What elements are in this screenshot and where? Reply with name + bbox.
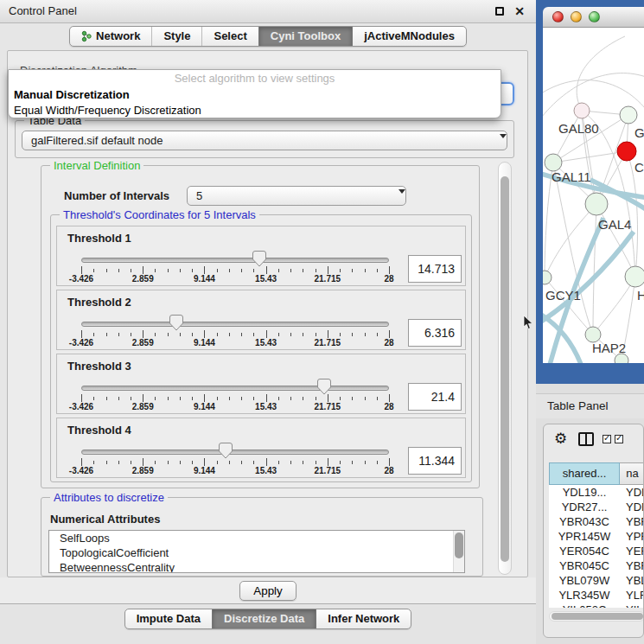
scrollbar-thumb[interactable]: [501, 176, 509, 562]
cell-name[interactable]: YDR2: [620, 500, 644, 514]
tab-style[interactable]: Style: [151, 27, 201, 46]
dropdown-item-manual[interactable]: Manual Discretization: [9, 87, 501, 103]
table-horizontal-scrollbar[interactable]: [549, 611, 644, 622]
cell-shared-name[interactable]: YBR045C: [549, 558, 620, 573]
table-row[interactable]: YPR145WYPR1: [549, 529, 644, 544]
threshold-slider-thumb[interactable]: [169, 315, 183, 331]
table-row[interactable]: YIL052CYIL0: [549, 603, 644, 608]
cell-name[interactable]: YDL1: [620, 485, 644, 500]
scrollbar-thumb[interactable]: [455, 532, 463, 558]
table-row[interactable]: YDR27...YDR2: [549, 500, 644, 514]
tick-mark: [131, 461, 131, 464]
network-canvas[interactable]: GAL80GACGAL11GAL4GCY1HHAP2: [543, 28, 644, 363]
network-edge-weighted[interactable]: [543, 232, 634, 323]
tab-impute-data[interactable]: Impute Data: [125, 609, 212, 628]
close-traffic-light-icon[interactable]: [552, 11, 564, 22]
cell-shared-name[interactable]: YPR145W: [549, 529, 620, 544]
cell-name[interactable]: YIL0: [620, 603, 644, 608]
cell-shared-name[interactable]: YLR345W: [549, 588, 620, 603]
column-header-name[interactable]: na: [620, 462, 644, 485]
cell-shared-name[interactable]: YBL079W: [549, 573, 620, 588]
network-node[interactable]: [617, 142, 636, 161]
number-of-intervals-combobox[interactable]: 5: [187, 186, 406, 206]
cell-name[interactable]: YBR0: [620, 514, 644, 529]
tick-mark: [229, 397, 230, 400]
tick-mark: [204, 266, 205, 274]
table-row[interactable]: YBR043CYBR0: [549, 514, 644, 529]
table-header-row: shared... na: [549, 462, 644, 485]
checkbox-icon[interactable]: [615, 435, 623, 443]
tick-label: 2.859: [132, 338, 154, 348]
list-scrollbar[interactable]: [453, 531, 464, 572]
cell-name[interactable]: YBR0: [620, 558, 644, 573]
cell-shared-name[interactable]: YER054C: [549, 544, 620, 558]
tab-group: Impute Data Discretize Data Infer Networ…: [124, 609, 412, 629]
threshold-slider-thumb[interactable]: [317, 379, 331, 395]
table-row[interactable]: YBL079WYBL0: [549, 573, 644, 588]
tab-infer-network[interactable]: Infer Network: [316, 609, 411, 628]
tab-select[interactable]: Select: [201, 27, 258, 46]
tab-discretize-data[interactable]: Discretize Data: [212, 609, 316, 628]
threshold-slider-track[interactable]: [81, 450, 389, 455]
table-panel-titlebar: Table Panel: [536, 393, 644, 418]
number-of-intervals-label: Number of Intervals: [64, 189, 169, 202]
columns-icon[interactable]: [578, 432, 594, 446]
threshold-value-field[interactable]: 21.4: [408, 383, 462, 411]
threshold-value-field[interactable]: 6.316: [408, 319, 462, 347]
gear-icon[interactable]: ⚙: [554, 430, 567, 448]
dropdown-item-equal-width[interactable]: Equal Width/Frequency Discretization: [9, 103, 501, 118]
threshold-slider-track[interactable]: [81, 258, 389, 263]
node-table[interactable]: shared... na YDL19...YDL1YDR27...YDR2YBR…: [549, 462, 644, 608]
tick-label: 15.43: [255, 402, 277, 411]
zoom-traffic-light-icon[interactable]: [589, 11, 600, 22]
table-row[interactable]: YBR045CYBR0: [549, 558, 644, 573]
threshold-slider-track[interactable]: [81, 386, 389, 391]
numerical-attributes-list[interactable]: SelfLoopsTopologicalCoefficientBetweenne…: [48, 530, 465, 573]
attribute-list-item[interactable]: BetweennessCentrality: [49, 560, 464, 573]
cell-name[interactable]: YLR3: [620, 588, 644, 603]
checkbox-icon[interactable]: [603, 435, 611, 443]
network-node[interactable]: [620, 106, 637, 124]
tick-mark: [377, 333, 378, 336]
cell-shared-name[interactable]: YIL052C: [549, 603, 620, 608]
tab-network[interactable]: Network: [70, 27, 151, 46]
table-row[interactable]: YLR345WYLR3: [549, 588, 644, 603]
network-edge[interactable]: [593, 204, 596, 335]
table-data-combobox[interactable]: galFiltered.sif default node: [22, 131, 507, 150]
tick-mark: [278, 461, 279, 464]
minimize-traffic-light-icon[interactable]: [571, 11, 582, 22]
network-node[interactable]: [585, 193, 608, 215]
column-header-shared-name[interactable]: shared...: [549, 462, 620, 485]
combobox-value: 5: [196, 189, 202, 202]
network-node[interactable]: [625, 266, 644, 287]
table-row[interactable]: YER054CYER0: [549, 544, 644, 558]
network-node[interactable]: [574, 103, 590, 118]
attribute-list-item[interactable]: SelfLoops: [49, 531, 464, 545]
cell-shared-name[interactable]: YDL19...: [549, 485, 620, 500]
threshold-value-field[interactable]: 14.713: [408, 255, 462, 283]
tab-jactivemnodules[interactable]: jActiveMNodules: [352, 27, 466, 46]
scrollbar-thumb[interactable]: [552, 613, 643, 620]
threshold-value-field[interactable]: 11.344: [408, 447, 462, 475]
cell-shared-name[interactable]: YDR27...: [549, 500, 620, 514]
threshold-slider-thumb[interactable]: [252, 251, 266, 267]
network-edge[interactable]: [545, 204, 596, 277]
tick-mark: [389, 394, 390, 402]
cell-name[interactable]: YPR1: [620, 529, 644, 544]
network-node[interactable]: [543, 271, 552, 284]
slider-tick-labels: -3.4262.8599.14415.4321.71528: [81, 402, 389, 411]
cell-shared-name[interactable]: YBR043C: [549, 514, 620, 529]
tab-cyni-toolbox[interactable]: Cyni Toolbox: [258, 27, 352, 46]
network-node[interactable]: [545, 154, 562, 171]
cell-name[interactable]: YBL0: [620, 573, 644, 588]
float-window-icon[interactable]: [495, 7, 504, 16]
tick-mark: [290, 333, 291, 336]
threshold-slider-thumb[interactable]: [219, 443, 233, 459]
cell-name[interactable]: YER0: [620, 544, 644, 558]
table-row[interactable]: YDL19...YDL1: [549, 485, 644, 500]
panel-vertical-scrollbar[interactable]: [498, 162, 512, 575]
close-icon[interactable]: ✕: [514, 4, 525, 18]
apply-button[interactable]: Apply: [239, 581, 296, 601]
attribute-list-item[interactable]: TopologicalCoefficient: [49, 545, 464, 560]
threshold-slider-track[interactable]: [81, 322, 389, 327]
